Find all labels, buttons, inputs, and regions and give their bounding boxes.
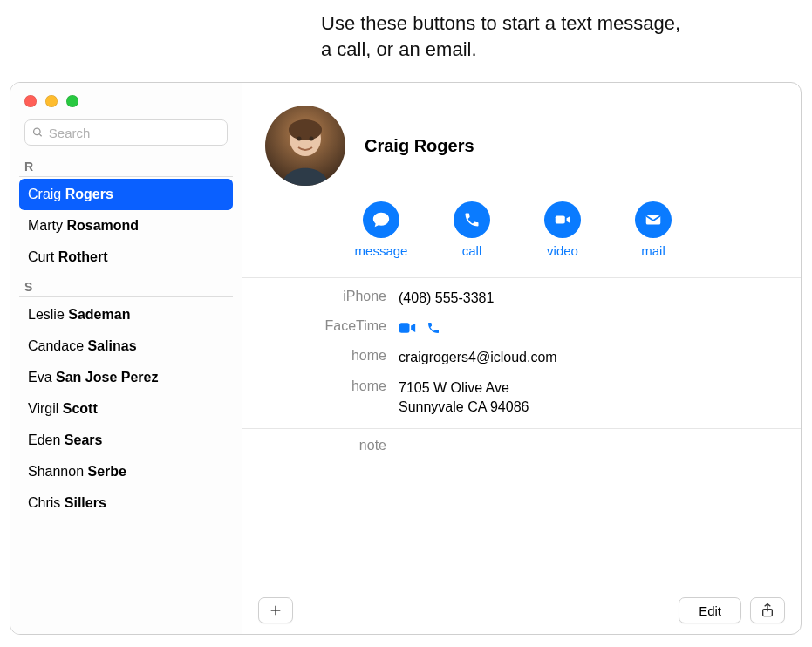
list-item[interactable]: Curt Rothert — [19, 242, 233, 273]
list-item[interactable]: Shannon Serbe — [19, 456, 233, 487]
note-label: note — [263, 438, 399, 453]
phone-icon — [463, 211, 481, 228]
list-item[interactable]: Marty Rosamond — [19, 210, 233, 242]
avatar[interactable] — [265, 106, 345, 186]
contact-first-name: Shannon — [28, 464, 84, 479]
address-value: 7105 W Olive Ave Sunnyvale CA 94086 — [399, 378, 529, 418]
contact-first-name: Leslie — [28, 307, 65, 322]
search-input[interactable] — [49, 126, 220, 140]
email-value: craigrogers4@icloud.com — [399, 348, 557, 367]
call-button[interactable]: call — [445, 201, 499, 258]
contact-first-name: Curt — [28, 249, 54, 264]
contact-first-name: Virgil — [28, 401, 58, 416]
list-item[interactable]: Eden Sears — [19, 425, 233, 456]
minimize-window-button[interactable] — [45, 95, 58, 107]
video-icon — [553, 210, 572, 229]
section-header: R — [19, 153, 233, 177]
contact-first-name: Craig — [28, 187, 61, 201]
svg-point-5 — [297, 137, 302, 141]
help-caption: Use these buttons to start a text messag… — [321, 10, 696, 62]
note-field[interactable]: note — [242, 429, 801, 459]
address-field[interactable]: home 7105 W Olive Ave Sunnyvale CA 94086 — [242, 373, 801, 423]
section-header: S — [19, 273, 233, 297]
list-item[interactable]: Chris Sillers — [19, 487, 233, 519]
address-line2: Sunnyvale CA 94086 — [399, 398, 529, 417]
fullscreen-window-button[interactable] — [66, 95, 78, 107]
email-field[interactable]: home craigrogers4@icloud.com — [242, 343, 801, 372]
list-item[interactable]: Craig Rogers — [19, 179, 233, 210]
plus-icon — [269, 603, 283, 617]
contact-last-name: Salinas — [88, 338, 137, 353]
contact-first-name: Eden — [28, 432, 60, 447]
message-button[interactable]: message — [354, 201, 408, 258]
message-icon — [372, 210, 391, 229]
contact-last-name: Rosamond — [66, 218, 139, 233]
address-line1: 7105 W Olive Ave — [399, 378, 529, 398]
list-item[interactable]: Candace Salinas — [19, 330, 233, 362]
contact-actions: message call video mail — [242, 194, 801, 277]
contact-last-name: Sillers — [65, 495, 106, 510]
address-label: home — [263, 378, 399, 394]
contact-first-name: Candace — [28, 338, 84, 353]
mail-label: mail — [641, 243, 665, 258]
svg-point-6 — [310, 137, 314, 141]
svg-point-4 — [289, 119, 322, 140]
facetime-video-icon[interactable] — [399, 322, 416, 334]
phone-field[interactable]: iPhone (408) 555-3381 — [242, 283, 801, 313]
contact-fields: iPhone (408) 555-3381 FaceTime home crai… — [242, 277, 801, 429]
facetime-audio-icon[interactable] — [426, 321, 440, 335]
phone-value: (408) 555-3381 — [399, 289, 494, 308]
add-contact-button[interactable] — [258, 597, 293, 623]
contacts-window: R Craig Rogers Marty Rosamond Curt Rothe… — [10, 82, 802, 635]
contact-list: R Craig Rogers Marty Rosamond Curt Rothe… — [10, 153, 242, 634]
svg-point-0 — [34, 128, 40, 134]
mail-icon — [644, 210, 663, 229]
video-label: video — [547, 243, 578, 258]
edit-button[interactable]: Edit — [679, 597, 741, 623]
contact-list-sidebar: R Craig Rogers Marty Rosamond Curt Rothe… — [10, 83, 242, 634]
contact-card: Craig Rogers message call video — [242, 83, 801, 634]
contact-last-name: Rothert — [58, 249, 108, 264]
call-label: call — [462, 243, 482, 258]
contact-first-name: Eva — [28, 370, 52, 385]
search-field[interactable] — [24, 119, 228, 146]
video-button[interactable]: video — [536, 201, 590, 258]
close-window-button[interactable] — [24, 95, 37, 107]
contact-last-name: Sademan — [68, 307, 130, 322]
facetime-field[interactable]: FaceTime — [242, 313, 801, 343]
mail-button[interactable]: mail — [626, 201, 680, 258]
svg-line-1 — [39, 134, 42, 137]
contact-first-name: Marty — [28, 218, 63, 233]
contact-last-name: Scott — [63, 401, 98, 416]
card-footer: Edit — [242, 587, 801, 634]
phone-label: iPhone — [263, 289, 399, 304]
facetime-label: FaceTime — [263, 318, 399, 334]
svg-rect-9 — [399, 324, 410, 334]
contact-last-name: Serbe — [88, 464, 126, 479]
share-icon — [761, 603, 774, 618]
contact-name: Craig Rogers — [365, 136, 474, 156]
contact-last-name: San Jose Perez — [56, 370, 158, 385]
search-icon — [32, 126, 44, 139]
list-item[interactable]: Leslie Sademan — [19, 299, 233, 330]
share-button[interactable] — [750, 597, 785, 623]
svg-rect-7 — [556, 215, 565, 223]
contact-last-name: Sears — [65, 432, 103, 447]
window-controls — [24, 95, 78, 107]
email-label: home — [263, 348, 399, 364]
contact-last-name: Rogers — [65, 187, 113, 201]
list-item[interactable]: Virgil Scott — [19, 393, 233, 425]
contact-first-name: Chris — [28, 495, 60, 510]
list-item[interactable]: Eva San Jose Perez — [19, 362, 233, 393]
message-label: message — [355, 243, 408, 258]
